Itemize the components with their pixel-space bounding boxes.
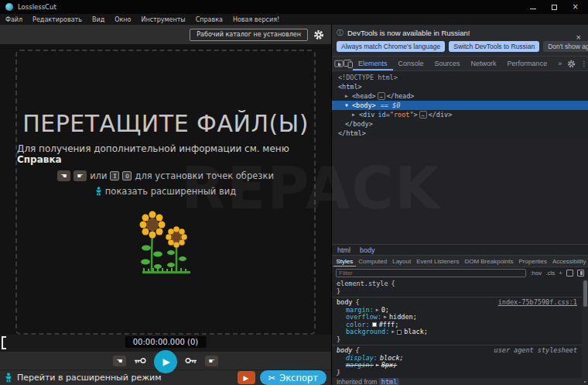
expander-icon[interactable]: ▼	[345, 101, 352, 110]
css-prop-overflow[interactable]: overflow: ▶ hidden;	[337, 314, 577, 321]
dom-body-close[interactable]: </body>	[332, 119, 588, 129]
menu-help[interactable]: Справка	[196, 16, 223, 23]
tab-dom-breakpoints[interactable]: DOM Breakpoints	[462, 256, 516, 267]
app-logo-icon	[5, 3, 13, 11]
breadcrumb-body[interactable]: body	[360, 246, 375, 254]
dom-body-node-selected[interactable]: ▼ <body> == $0	[332, 101, 588, 110]
set-cut-end-icon: ☛	[74, 170, 87, 181]
breadcrumb-html[interactable]: html	[337, 246, 350, 254]
minimize-button[interactable]	[530, 9, 536, 9]
scissors-icon: ✂	[268, 373, 276, 383]
new-style-rule-button[interactable]: +	[559, 270, 562, 277]
jump-cut-end-button[interactable]: ☛	[205, 356, 218, 366]
expand-ellipsis-button[interactable]: …	[378, 92, 385, 100]
working-dir-button[interactable]: Рабочий каталог не установлен	[190, 29, 308, 41]
styles-filter-input[interactable]	[336, 269, 526, 277]
dom-tree: <!DOCTYPE html> <html> ▶ <head> … </head…	[332, 71, 588, 139]
close-button[interactable]: ×	[573, 3, 579, 11]
tab-event-listeners[interactable]: Event Listeners	[414, 256, 462, 267]
jump-cut-start-button[interactable]: ☚	[113, 356, 126, 366]
timecode-display[interactable]: 00:00:00.000 (0)	[125, 336, 207, 348]
match-language-button[interactable]: Always match Chrome's language	[337, 41, 445, 52]
devtools-menu-icon[interactable]: ⋮	[580, 60, 587, 67]
css-prop-margin-overridden[interactable]: margin: ▶ 8px;	[337, 362, 577, 370]
device-toolbar-icon[interactable]	[344, 58, 353, 70]
dom-breadcrumb: html body	[332, 244, 588, 255]
devtools-tab-bar: Elements Console Sources Network Perform…	[332, 56, 588, 71]
app-top-bar: Рабочий каталог не установлен	[0, 25, 331, 44]
dom-root-div-node[interactable]: ▶ <div id = "root" > … </div>	[332, 110, 588, 119]
rule-element-style[interactable]: element.style {	[337, 280, 577, 288]
menu-edit[interactable]: Редактировать	[32, 16, 82, 23]
scrollbar-thumb[interactable]	[583, 280, 587, 307]
tab-sources[interactable]: Sources	[429, 57, 466, 70]
dom-doctype[interactable]: <!DOCTYPE html>	[332, 73, 588, 82]
play-button[interactable]: ▶	[154, 350, 177, 373]
styles-scrollbar[interactable]: ▾	[582, 279, 588, 385]
dropzone-subtitle: Для получения дополнительной информации …	[17, 143, 314, 165]
tab-elements[interactable]: Elements	[353, 57, 393, 70]
settings-gear-icon[interactable]	[313, 29, 324, 40]
tab-console[interactable]: Console	[393, 57, 429, 70]
notification-close-icon[interactable]: ×	[576, 33, 581, 42]
menu-view[interactable]: Вид	[92, 16, 104, 23]
advanced-mode-link[interactable]: Перейти в расширенный режим	[17, 373, 162, 383]
advanced-view-label: показать расширенный вид	[105, 186, 236, 197]
segment-start-marker	[2, 336, 6, 349]
styles-pane: element.style { } body { index-75b7590f.…	[332, 279, 588, 385]
dropzone-title: ПЕРЕТАЩИТЕ ФАЙЛ(Ы)	[22, 110, 309, 137]
file-drop-zone[interactable]: ПЕРЕТАЩИТЕ ФАЙЛ(Ы) Для получения дополни…	[15, 50, 316, 335]
dont-show-again-button[interactable]: Don't show again	[543, 41, 588, 52]
prev-keyframe-icon[interactable]	[134, 357, 146, 364]
subtitle-help-menu: Справка	[17, 154, 62, 165]
menu-window[interactable]: Окно	[115, 16, 131, 23]
css-prop-background[interactable]: background: ▶ black;	[337, 328, 577, 336]
expander-icon[interactable]: ▶	[352, 110, 359, 119]
maximize-button[interactable]	[552, 5, 557, 10]
expander-icon[interactable]: ▶	[345, 91, 352, 101]
expand-arrow-icon[interactable]: ▶	[391, 328, 395, 336]
next-keyframe-icon[interactable]	[185, 357, 197, 364]
ua-stylesheet-label: user agent stylesheet	[494, 347, 577, 355]
rendering-emulation-icon[interactable]	[566, 270, 573, 277]
tab-layout[interactable]: Layout	[390, 256, 414, 267]
color-swatch[interactable]	[372, 322, 377, 327]
tab-properties[interactable]: Properties	[516, 256, 549, 267]
devtools-panel: ⓘ DevTools is now available in Russian! …	[331, 25, 588, 385]
scroll-down-icon[interactable]: ▾	[582, 378, 588, 385]
expand-ellipsis-button[interactable]: …	[419, 111, 427, 119]
set-cut-start-icon: ☚	[57, 170, 70, 181]
selected-node-flag: == $0	[381, 101, 401, 110]
toggle-hov-button[interactable]: :hov	[530, 270, 542, 277]
keycap-i: I	[110, 171, 119, 180]
hint-or: или	[90, 170, 107, 181]
play-icon: ▶	[244, 374, 249, 382]
toggle-cls-button[interactable]: .cls	[545, 270, 555, 277]
switch-russian-button[interactable]: Switch DevTools to Russian	[449, 41, 539, 52]
tab-performance[interactable]: Performance	[502, 57, 553, 70]
devtools-settings-icon[interactable]	[567, 60, 576, 68]
show-advanced-view[interactable]: показать расширенный вид	[95, 186, 236, 197]
more-tabs-icon[interactable]: »	[552, 57, 567, 70]
expand-arrow-icon[interactable]: ▶	[376, 362, 379, 370]
tab-network[interactable]: Network	[466, 57, 502, 70]
stylesheet-link[interactable]: index-75b7590f.css:1	[498, 299, 577, 307]
dom-head-node[interactable]: ▶ <head> … </head>	[332, 91, 588, 101]
color-swatch[interactable]	[397, 330, 402, 335]
export-options-button[interactable]: ▶	[238, 371, 255, 384]
play-icon: ▶	[162, 356, 169, 367]
subtitle-text: Для получения дополнительной информации …	[17, 143, 289, 154]
menu-tools[interactable]: Инструменты	[141, 16, 185, 23]
inspect-element-icon[interactable]	[334, 58, 344, 70]
dom-html-close[interactable]: </html>	[332, 129, 588, 138]
computed-sidebar-toggle-icon[interactable]	[577, 270, 584, 277]
menu-new-version[interactable]: Новая версия!	[233, 16, 279, 23]
menu-file[interactable]: Файл	[5, 16, 22, 23]
export-button[interactable]: ✂ Экспорт	[260, 370, 327, 385]
tab-computed[interactable]: Computed	[356, 256, 390, 267]
dom-html-open[interactable]: <html>	[332, 82, 588, 91]
timeline[interactable]: 00:00:00.000 (0)	[0, 335, 331, 352]
inherited-target-link[interactable]: html	[379, 378, 399, 385]
tab-accessibility[interactable]: Accessibility	[550, 256, 588, 267]
tab-styles[interactable]: Styles	[333, 256, 356, 267]
